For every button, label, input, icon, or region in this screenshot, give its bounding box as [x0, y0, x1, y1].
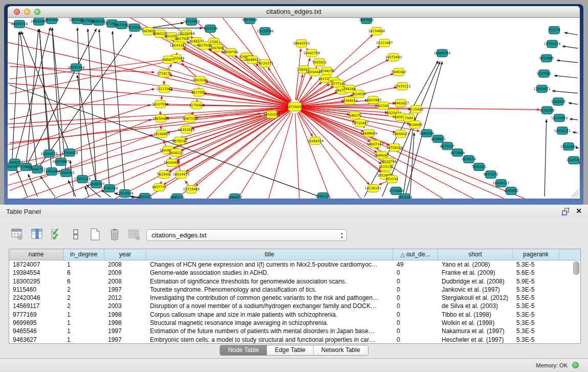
column-header-in_degree[interactable]: in_degree — [63, 249, 104, 260]
new-column-icon[interactable] — [88, 228, 102, 242]
graph-node[interactable]: 8471670 — [484, 171, 498, 179]
graph-node[interactable]: 2718176 — [157, 70, 171, 77]
graph-node[interactable]: 12093872 — [534, 85, 550, 93]
graph-node[interactable]: 5498222 — [169, 149, 183, 157]
graph-node[interactable]: 16353599 — [178, 126, 194, 134]
graph-node[interactable]: 151174 — [548, 26, 560, 34]
graph-node[interactable]: 3691406 — [45, 18, 59, 24]
tab-network-table[interactable]: Network Table — [314, 345, 368, 355]
graph-node[interactable]: 1344415 — [551, 98, 565, 105]
delete-icon[interactable] — [107, 228, 121, 242]
graph-node[interactable]: 20206575 — [41, 150, 57, 158]
graph-node[interactable]: 7357234 — [203, 25, 217, 32]
graph-node[interactable]: 17975115 — [394, 82, 410, 90]
graph-node[interactable]: 9529965 — [539, 54, 554, 62]
graph-node[interactable]: 1640934 — [420, 129, 434, 137]
graph-node[interactable]: 1565877 — [228, 194, 242, 199]
graph-node[interactable]: 12213967 — [376, 39, 393, 47]
graph-node[interactable]: 2935114 — [462, 156, 476, 163]
graph-node[interactable]: 62160 — [378, 102, 389, 110]
graph-node[interactable]: 44055716 — [11, 20, 28, 28]
graph-node[interactable]: 8215958 — [540, 106, 554, 114]
column-header-pagerank[interactable]: pagerank — [513, 249, 559, 260]
graph-node[interactable]: 19166852 — [154, 130, 170, 138]
column-header-year[interactable]: year — [104, 249, 146, 260]
clear-selection-icon[interactable] — [69, 228, 82, 242]
graph-node[interactable]: 15718485 — [183, 186, 200, 193]
graph-node[interactable]: 12213369 — [156, 85, 172, 93]
graph-node[interactable]: 18724007 — [287, 102, 303, 111]
graph-node[interactable]: 17016504 — [560, 143, 577, 150]
window-titlebar[interactable]: citations_edges.txt — [8, 6, 580, 18]
select-all-icon[interactable] — [49, 228, 63, 242]
graph-node[interactable]: 15751074 — [544, 40, 560, 48]
graph-node[interactable]: 18640910 — [293, 39, 310, 47]
graph-node[interactable]: 15218596 — [257, 27, 273, 35]
graph-node[interactable]: 952254 — [386, 176, 398, 183]
graph-node[interactable]: 16961758 — [303, 49, 320, 57]
graph-node[interactable]: 7625402 — [157, 171, 171, 179]
graph-node[interactable]: 16033809 — [183, 18, 200, 25]
graph-node[interactable]: 8960133 — [170, 194, 184, 199]
graph-node[interactable]: 9245652 — [504, 187, 518, 195]
graph-node[interactable]: 9794078 — [320, 67, 334, 75]
graph-node[interactable]: 16107554 — [152, 100, 168, 108]
graph-node[interactable]: 15692371 — [554, 127, 571, 135]
graph-node[interactable]: 7986372 — [347, 112, 362, 119]
table-select-dropdown[interactable]: citations_edges.txt ▲▼ — [146, 229, 347, 241]
graph-node[interactable]: 16210643 — [551, 114, 568, 122]
resize-grip-icon[interactable] — [576, 194, 579, 198]
graph-node[interactable]: 1170064 — [189, 101, 204, 109]
graph-node[interactable]: 16914479 — [173, 171, 189, 179]
column-header-out_de[interactable]: △out_de... — [393, 249, 438, 260]
graph-node[interactable]: 2342211 — [316, 193, 330, 199]
graph-node[interactable]: 98967 — [163, 56, 174, 63]
graph-node[interactable]: 9938923 — [431, 135, 445, 143]
graph-node[interactable]: 9267150 — [183, 115, 197, 122]
graph-node[interactable]: 9115460 — [409, 105, 423, 113]
graph-node[interactable]: 9227342 — [537, 70, 551, 77]
network-canvas[interactable]: 1872400744055716208914063691406106552871… — [8, 18, 580, 199]
table-row[interactable]: 2242004622012Investigating the contribut… — [9, 294, 580, 302]
table-scrollbar[interactable] — [573, 261, 579, 275]
graph-node[interactable]: 7955812 — [312, 58, 326, 66]
graph-node[interactable]: 19654923 — [393, 130, 409, 138]
graph-node[interactable]: 18654985 — [153, 115, 169, 122]
graph-node[interactable]: 90975887 — [53, 158, 69, 166]
graph-node[interactable]: 2367608 — [210, 44, 224, 52]
graph-node[interactable]: 2803144 — [193, 76, 207, 84]
graph-node[interactable]: 18720487 — [352, 119, 368, 127]
graph-node[interactable]: 8878334 — [172, 137, 187, 145]
graph-node[interactable]: 8813054 — [243, 18, 257, 24]
table-row[interactable]: 977716911998Corpus callosum shape and si… — [9, 311, 580, 319]
graph-node[interactable]: 3624554 — [352, 90, 366, 98]
table-row[interactable]: 969969511998Structural magnetic resonanc… — [9, 319, 580, 327]
table-row[interactable]: 911546021997Tourette syndrome. Phenomeno… — [9, 286, 580, 294]
table-row[interactable]: 1830029562008Estimation of significance … — [9, 277, 580, 286]
graph-node[interactable]: 9457771 — [152, 184, 166, 191]
graph-node[interactable]: 1733426 — [389, 187, 403, 195]
table-row[interactable]: 1872400712008Changes of HCN gene express… — [9, 260, 580, 269]
column-header-title[interactable]: title — [146, 249, 393, 260]
graph-node[interactable]: 9699695 — [408, 121, 422, 128]
graph-node[interactable]: 10688609 — [361, 129, 377, 137]
graph-node[interactable]: 1615132 — [379, 163, 393, 171]
table-row[interactable]: 946362711997Embryonic stem cells: a mode… — [9, 336, 580, 344]
graph-node[interactable]: 16848784 — [434, 49, 450, 57]
table-row[interactable]: 1938455462009Genome-wide association stu… — [9, 269, 580, 277]
column-header-name[interactable]: name — [9, 249, 63, 260]
table-row[interactable]: 1456911722003Disruption of a novel membe… — [9, 302, 580, 310]
graph-node[interactable]: 16154808 — [368, 27, 385, 35]
close-panel-icon[interactable]: ✕ — [576, 207, 582, 215]
graph-node[interactable]: 2687682 — [359, 18, 374, 24]
graph-node[interactable]: 1167534 — [567, 157, 580, 164]
show-columns-icon[interactable] — [30, 228, 43, 242]
graph-node[interactable]: 8427552 — [191, 89, 206, 96]
graph-node[interactable]: 9853107 — [138, 193, 152, 199]
graph-node[interactable]: 6879197 — [440, 142, 454, 150]
resize-grip-icon[interactable] — [573, 192, 579, 198]
float-panel-icon[interactable] — [562, 208, 570, 215]
graph-node[interactable]: 8454749 — [224, 48, 238, 56]
column-header-short[interactable]: short — [438, 249, 513, 260]
tab-edge-table[interactable]: Edge Table — [267, 345, 314, 355]
